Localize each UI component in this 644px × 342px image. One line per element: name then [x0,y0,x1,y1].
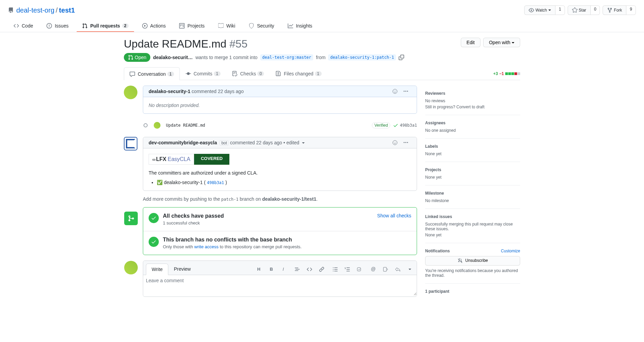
preview-tab[interactable]: Preview [168,264,196,275]
reply-icon[interactable] [395,267,400,272]
commit-row: Update README.md Verified 498b3a1 [143,119,417,131]
graph-icon [288,23,293,29]
svg-text:I: I [283,267,284,272]
reviewers-none: No reviews [425,98,520,103]
pr-state: Open [124,53,150,62]
checks-title: All checks have passed [163,213,224,219]
svg-point-2 [396,91,396,91]
tab-code[interactable]: Code [8,20,38,32]
kebab-icon[interactable] [403,89,409,94]
labels-heading[interactable]: Labels [425,144,520,149]
copy-icon[interactable] [399,55,404,60]
edit-button[interactable]: Edit [461,38,480,47]
list-ordered-icon[interactable] [345,267,350,272]
customize-link[interactable]: Customize [501,249,520,253]
smiley-icon[interactable] [392,89,398,94]
fork-icon [607,7,612,13]
commit-dot-icon [143,123,148,128]
watch-count[interactable]: 1 [555,5,565,15]
repo-breadcrumb: deal-test-org / test1 [8,6,75,14]
crossref-icon[interactable] [383,267,388,272]
fork-button[interactable]: Fork [603,5,626,15]
italic-icon[interactable]: I [281,267,286,272]
tab-wiki[interactable]: Wiki [213,20,241,32]
commit-message[interactable]: Update README.md [166,123,372,128]
file-diff-icon [276,71,281,76]
tab-insights[interactable]: Insights [282,20,318,32]
pr-title: Update README.md #55 [124,38,248,50]
diffstat[interactable]: +3 −1 [493,71,520,76]
comment-timestamp[interactable]: 22 days ago [256,140,282,145]
participants-heading: 1 participant [425,289,520,294]
tab-pull-requests[interactable]: Pull requests2 [77,20,134,32]
notif-desc: You're receiving notifications because y… [425,268,520,278]
labels-none: None yet [425,151,520,156]
check-circle-icon [149,237,159,247]
heading-icon[interactable]: H [257,267,262,272]
reviewers-heading[interactable]: Reviewers [425,91,520,96]
projects-none: None yet [425,175,520,180]
write-access-link[interactable]: write access [194,244,219,249]
show-all-checks-link[interactable]: Show all checks [377,213,411,218]
commit-icon [186,71,191,76]
shield-icon [249,23,254,29]
merge-status-badge [124,212,138,225]
quote-icon[interactable] [295,267,300,272]
checks-subtitle: 1 successful check [163,220,224,226]
base-branch[interactable]: deal-test-org:master [260,54,314,60]
comment-textarea[interactable] [143,275,417,295]
pr-author[interactable]: dealako-securit… [153,55,193,60]
conflict-title: This branch has no conflicts with the ba… [163,237,302,243]
play-icon [142,23,148,29]
project-icon [179,23,185,29]
author-avatar[interactable] [124,86,137,99]
link-icon[interactable] [319,267,324,272]
comment-author[interactable]: dealako-security-1 [149,89,190,94]
write-tab[interactable]: Write [146,264,168,275]
bot-avatar[interactable] [124,137,137,150]
comment-author[interactable]: dev-communitybridge-easycla [149,140,217,145]
commit-author-avatar[interactable] [154,122,160,129]
tab-files[interactable]: Files changed1 [270,67,327,80]
commit-sha[interactable]: 498b3a1 [400,123,417,128]
tab-conversation[interactable]: Conversation1 [124,67,180,80]
org-link[interactable]: deal-test-org [16,6,54,14]
star-count[interactable]: 0 [591,5,600,15]
repo-link[interactable]: test1 [59,6,75,14]
watch-button[interactable]: Watch [524,5,555,15]
list-unordered-icon[interactable] [333,267,338,272]
head-branch[interactable]: dealako-security-1:patch-1 [328,54,396,60]
tab-security[interactable]: Security [243,20,280,32]
tab-checks[interactable]: Checks0 [226,67,270,80]
code-icon[interactable] [307,267,312,272]
user-avatar[interactable] [124,261,138,274]
smiley-icon[interactable] [392,140,398,145]
assignees-heading[interactable]: Assignees [425,121,520,125]
milestone-none: No milestone [425,198,520,203]
check-icon [393,123,398,128]
bold-icon[interactable]: B [269,267,274,272]
tab-actions[interactable]: Actions [137,20,171,32]
svg-point-5 [396,142,396,143]
convert-draft-link[interactable]: Still in progress? Convert to draft [425,105,485,109]
milestone-heading[interactable]: Milestone [425,191,520,196]
comment-timestamp[interactable]: 22 days ago [218,89,244,94]
svg-text:H: H [257,267,260,272]
fork-count[interactable]: 9 [626,5,636,15]
tasklist-icon[interactable] [357,267,362,272]
eye-icon [529,7,534,13]
star-button[interactable]: Star [568,5,591,15]
svg-point-3 [393,141,397,145]
tab-projects[interactable]: Projects [174,20,210,32]
unsubscribe-button[interactable]: Unsubscribe [425,256,520,266]
projects-heading[interactable]: Projects [425,167,520,172]
open-with-button[interactable]: Open with [483,38,520,47]
tab-issues[interactable]: Issues [41,20,74,32]
kebab-icon[interactable] [403,140,409,145]
commit-sha-link[interactable]: 498b3a1 [207,180,224,185]
lfx-logo: ▭LFXEasyCLA [149,154,194,165]
tab-commits[interactable]: Commits1 [180,67,226,80]
mention-icon[interactable]: @ [371,267,376,272]
verified-badge[interactable]: Verified [372,122,390,128]
linked-issues-heading[interactable]: Linked issues [425,214,520,219]
